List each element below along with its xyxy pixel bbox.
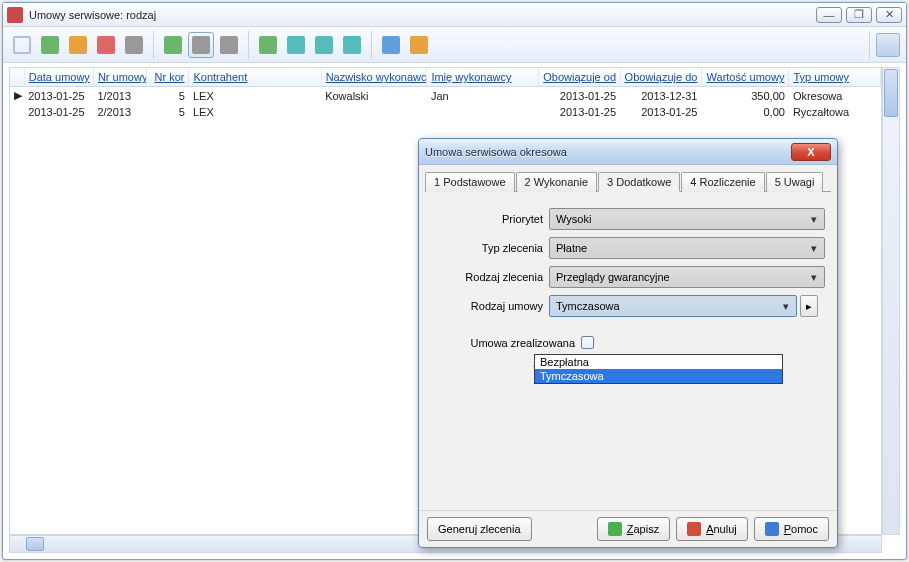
toolbar-view-button[interactable] <box>876 33 900 57</box>
toolbar-export-button[interactable] <box>160 32 186 58</box>
print-icon <box>125 36 143 54</box>
col-nr-umowy[interactable]: Nr umowy <box>93 68 146 87</box>
cell: 0,00 <box>701 104 788 120</box>
tab-dodatkowe[interactable]: 3 Dodatkowe <box>598 172 680 192</box>
close-button[interactable]: ✕ <box>876 7 902 23</box>
dialog-close-button[interactable]: X <box>791 143 831 161</box>
cell: Jan <box>427 87 539 105</box>
clipboard-icon <box>410 36 428 54</box>
dialog-tabs: 1 Podstawowe 2 Wykonanie 3 Dodatkowe 4 R… <box>425 171 831 192</box>
col-data-umowy[interactable]: Data umowy <box>24 68 93 87</box>
rodzaj-zlecenia-label: Rodzaj zlecenia <box>431 271 549 283</box>
help-icon <box>765 522 779 536</box>
tab-rozliczenie[interactable]: 4 Rozliczenie <box>681 172 764 192</box>
table-row[interactable]: 2013-01-25 2/2013 5 LEX 2013-01-25 2013-… <box>10 104 881 120</box>
toolbar-print-button[interactable] <box>121 32 147 58</box>
dropdown-option-tymczasowa[interactable]: Tymczasowa <box>535 369 782 383</box>
minimize-button[interactable]: — <box>816 7 842 23</box>
cell: LEX <box>189 87 321 105</box>
dropdown-option-bezplatna[interactable]: Bezpłatna <box>535 355 782 369</box>
export-icon <box>164 36 182 54</box>
edit-icon <box>69 36 87 54</box>
col-obow-do[interactable]: Obowiązuje do <box>620 68 701 87</box>
toolbar-search-button[interactable] <box>9 32 35 58</box>
priorytet-label: Priorytet <box>431 213 549 225</box>
chevron-down-icon: ▾ <box>806 240 822 256</box>
dialog-footer: Generuj zlecenia Zapisz Anuluj Pomoc <box>419 510 837 547</box>
priorytet-combobox[interactable]: Wysoki ▾ <box>549 208 825 230</box>
col-nazwisko-wyk[interactable]: Nazwisko wykonawcy <box>321 68 427 87</box>
scrollbar-thumb[interactable] <box>884 69 898 117</box>
cell: 2013-01-25 <box>620 104 701 120</box>
funnel-icon <box>343 36 361 54</box>
delete-icon <box>97 36 115 54</box>
funnel-icon <box>315 36 333 54</box>
col-obow-od[interactable]: Obowiązuje od <box>539 68 620 87</box>
grid-header[interactable]: Data umowy Nr umowy Nr kor Kontrahent Na… <box>10 68 881 87</box>
toolbar-lock-button[interactable] <box>216 32 242 58</box>
cell: 2013-01-25 <box>24 87 93 105</box>
cell: 350,00 <box>701 87 788 105</box>
tab-content: Priorytet Wysoki ▾ Typ zlecenia Płatne ▾… <box>419 192 837 369</box>
combobox-value: Tymczasowa <box>556 300 620 312</box>
typ-zlecenia-combobox[interactable]: Płatne ▾ <box>549 237 825 259</box>
toolbar-add-button[interactable] <box>37 32 63 58</box>
separator <box>248 31 249 59</box>
scrollbar-thumb[interactable] <box>26 537 44 551</box>
tab-uwagi[interactable]: 5 Uwagi <box>766 172 824 192</box>
separator <box>371 31 372 59</box>
col-nr-kor[interactable]: Nr kor <box>146 68 189 87</box>
rodzaj-umowy-combobox[interactable]: Tymczasowa ▾ <box>549 295 797 317</box>
cell: 2013-12-31 <box>620 87 701 105</box>
toolbar-edit-button[interactable] <box>65 32 91 58</box>
cell: Ryczałtowa <box>789 104 881 120</box>
cell: Okresowa <box>789 87 881 105</box>
basket-icon <box>192 36 210 54</box>
cell: 2013-01-25 <box>539 104 620 120</box>
cell <box>321 104 427 120</box>
plus-icon <box>41 36 59 54</box>
rodzaj-umowy-dropdown[interactable]: Bezpłatna Tymczasowa <box>534 354 783 384</box>
toolbar-fa-button[interactable] <box>378 32 404 58</box>
tab-podstawowe[interactable]: 1 Podstawowe <box>425 172 515 192</box>
toolbar-sort-button[interactable] <box>255 32 281 58</box>
titlebar[interactable]: Umowy serwisowe: rodzaj — ❐ ✕ <box>3 3 906 27</box>
arrow-right-icon: ▸ <box>806 300 812 313</box>
rodzaj-umowy-lookup-button[interactable]: ▸ <box>800 295 818 317</box>
toolbar-clipboard-button[interactable] <box>406 32 432 58</box>
rodzaj-zlecenia-combobox[interactable]: Przeglądy gwarancyjne ▾ <box>549 266 825 288</box>
dialog-umowa-serwisowa: Umowa serwisowa okresowa X 1 Podstawowe … <box>418 138 838 548</box>
generuj-zlecenia-button[interactable]: Generuj zlecenia <box>427 517 532 541</box>
tab-wykonanie[interactable]: 2 Wykonanie <box>516 172 598 192</box>
cell: 2013-01-25 <box>539 87 620 105</box>
toolbar-delete-button[interactable] <box>93 32 119 58</box>
umowa-zrealizowana-checkbox[interactable] <box>581 336 594 349</box>
document-icon <box>382 36 400 54</box>
cell: Kowalski <box>321 87 427 105</box>
col-kontrahent[interactable]: Kontrahent <box>189 68 321 87</box>
search-icon <box>13 36 31 54</box>
chevron-down-icon: ▾ <box>778 298 794 314</box>
maximize-button[interactable]: ❐ <box>846 7 872 23</box>
toolbar-filter2-button[interactable] <box>311 32 337 58</box>
pomoc-button[interactable]: Pomoc <box>754 517 829 541</box>
cell <box>427 104 539 120</box>
cell: 2/2013 <box>93 104 146 120</box>
window-title: Umowy serwisowe: rodzaj <box>29 9 812 21</box>
cell: LEX <box>189 104 321 120</box>
funnel-icon <box>287 36 305 54</box>
toolbar-filter1-button[interactable] <box>283 32 309 58</box>
col-wartosc[interactable]: Wartość umowy <box>701 68 788 87</box>
separator <box>153 31 154 59</box>
table-row[interactable]: ▶ 2013-01-25 1/2013 5 LEX Kowalski Jan 2… <box>10 87 881 105</box>
zapisz-button[interactable]: Zapisz <box>597 517 670 541</box>
dialog-titlebar[interactable]: Umowa serwisowa okresowa X <box>419 139 837 165</box>
toolbar-filter3-button[interactable] <box>339 32 365 58</box>
separator <box>869 31 870 59</box>
col-imie-wyk[interactable]: Imię wykonawcy <box>427 68 539 87</box>
vertical-scrollbar[interactable] <box>882 67 900 535</box>
toolbar-active-button[interactable] <box>188 32 214 58</box>
dialog-title: Umowa serwisowa okresowa <box>425 146 567 158</box>
anuluj-button[interactable]: Anuluj <box>676 517 748 541</box>
col-typ[interactable]: Typ umowy <box>789 68 881 87</box>
